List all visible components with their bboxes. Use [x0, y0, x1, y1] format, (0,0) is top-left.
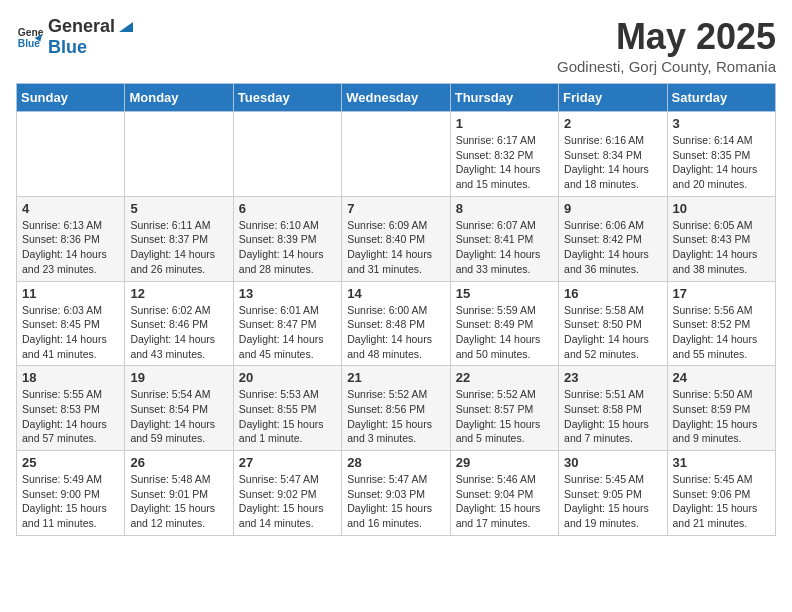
day-cell: 26Sunrise: 5:48 AM Sunset: 9:01 PM Dayli… [125, 451, 233, 536]
day-cell: 29Sunrise: 5:46 AM Sunset: 9:04 PM Dayli… [450, 451, 558, 536]
day-cell: 4Sunrise: 6:13 AM Sunset: 8:36 PM Daylig… [17, 196, 125, 281]
day-number: 25 [22, 455, 119, 470]
day-info: Sunrise: 6:02 AM Sunset: 8:46 PM Dayligh… [130, 303, 227, 362]
day-cell: 8Sunrise: 6:07 AM Sunset: 8:41 PM Daylig… [450, 196, 558, 281]
day-info: Sunrise: 5:51 AM Sunset: 8:58 PM Dayligh… [564, 387, 661, 446]
day-number: 28 [347, 455, 444, 470]
day-number: 5 [130, 201, 227, 216]
day-cell: 7Sunrise: 6:09 AM Sunset: 8:40 PM Daylig… [342, 196, 450, 281]
day-info: Sunrise: 6:13 AM Sunset: 8:36 PM Dayligh… [22, 218, 119, 277]
week-row-5: 25Sunrise: 5:49 AM Sunset: 9:00 PM Dayli… [17, 451, 776, 536]
day-cell: 28Sunrise: 5:47 AM Sunset: 9:03 PM Dayli… [342, 451, 450, 536]
day-number: 17 [673, 286, 770, 301]
day-number: 13 [239, 286, 336, 301]
day-cell: 21Sunrise: 5:52 AM Sunset: 8:56 PM Dayli… [342, 366, 450, 451]
day-info: Sunrise: 5:52 AM Sunset: 8:56 PM Dayligh… [347, 387, 444, 446]
day-info: Sunrise: 6:00 AM Sunset: 8:48 PM Dayligh… [347, 303, 444, 362]
day-number: 22 [456, 370, 553, 385]
day-number: 9 [564, 201, 661, 216]
day-cell: 16Sunrise: 5:58 AM Sunset: 8:50 PM Dayli… [559, 281, 667, 366]
weekday-header-thursday: Thursday [450, 84, 558, 112]
day-info: Sunrise: 5:55 AM Sunset: 8:53 PM Dayligh… [22, 387, 119, 446]
day-cell: 2Sunrise: 6:16 AM Sunset: 8:34 PM Daylig… [559, 112, 667, 197]
day-number: 10 [673, 201, 770, 216]
day-info: Sunrise: 5:53 AM Sunset: 8:55 PM Dayligh… [239, 387, 336, 446]
day-cell: 24Sunrise: 5:50 AM Sunset: 8:59 PM Dayli… [667, 366, 775, 451]
day-cell: 31Sunrise: 5:45 AM Sunset: 9:06 PM Dayli… [667, 451, 775, 536]
day-info: Sunrise: 5:58 AM Sunset: 8:50 PM Dayligh… [564, 303, 661, 362]
day-cell: 23Sunrise: 5:51 AM Sunset: 8:58 PM Dayli… [559, 366, 667, 451]
day-cell: 17Sunrise: 5:56 AM Sunset: 8:52 PM Dayli… [667, 281, 775, 366]
day-cell: 13Sunrise: 6:01 AM Sunset: 8:47 PM Dayli… [233, 281, 341, 366]
day-cell: 12Sunrise: 6:02 AM Sunset: 8:46 PM Dayli… [125, 281, 233, 366]
day-info: Sunrise: 5:48 AM Sunset: 9:01 PM Dayligh… [130, 472, 227, 531]
day-number: 14 [347, 286, 444, 301]
title-area: May 2025 Godinesti, Gorj County, Romania [557, 16, 776, 75]
logo-text-general: General [48, 16, 115, 37]
weekday-header-row: SundayMondayTuesdayWednesdayThursdayFrid… [17, 84, 776, 112]
day-info: Sunrise: 5:49 AM Sunset: 9:00 PM Dayligh… [22, 472, 119, 531]
day-number: 27 [239, 455, 336, 470]
day-info: Sunrise: 6:07 AM Sunset: 8:41 PM Dayligh… [456, 218, 553, 277]
logo-text-blue: Blue [48, 37, 135, 58]
day-number: 8 [456, 201, 553, 216]
day-number: 21 [347, 370, 444, 385]
day-cell: 10Sunrise: 6:05 AM Sunset: 8:43 PM Dayli… [667, 196, 775, 281]
day-info: Sunrise: 6:05 AM Sunset: 8:43 PM Dayligh… [673, 218, 770, 277]
day-cell: 20Sunrise: 5:53 AM Sunset: 8:55 PM Dayli… [233, 366, 341, 451]
month-title: May 2025 [557, 16, 776, 58]
day-cell: 3Sunrise: 6:14 AM Sunset: 8:35 PM Daylig… [667, 112, 775, 197]
day-number: 7 [347, 201, 444, 216]
weekday-header-monday: Monday [125, 84, 233, 112]
day-info: Sunrise: 6:17 AM Sunset: 8:32 PM Dayligh… [456, 133, 553, 192]
day-number: 15 [456, 286, 553, 301]
day-info: Sunrise: 6:16 AM Sunset: 8:34 PM Dayligh… [564, 133, 661, 192]
day-number: 26 [130, 455, 227, 470]
week-row-4: 18Sunrise: 5:55 AM Sunset: 8:53 PM Dayli… [17, 366, 776, 451]
day-cell: 22Sunrise: 5:52 AM Sunset: 8:57 PM Dayli… [450, 366, 558, 451]
day-info: Sunrise: 5:54 AM Sunset: 8:54 PM Dayligh… [130, 387, 227, 446]
day-cell [17, 112, 125, 197]
day-cell: 1Sunrise: 6:17 AM Sunset: 8:32 PM Daylig… [450, 112, 558, 197]
day-number: 3 [673, 116, 770, 131]
day-info: Sunrise: 5:45 AM Sunset: 9:06 PM Dayligh… [673, 472, 770, 531]
day-number: 30 [564, 455, 661, 470]
day-cell: 14Sunrise: 6:00 AM Sunset: 8:48 PM Dayli… [342, 281, 450, 366]
day-info: Sunrise: 5:56 AM Sunset: 8:52 PM Dayligh… [673, 303, 770, 362]
day-number: 18 [22, 370, 119, 385]
day-cell [125, 112, 233, 197]
weekday-header-tuesday: Tuesday [233, 84, 341, 112]
day-number: 12 [130, 286, 227, 301]
day-number: 23 [564, 370, 661, 385]
week-row-1: 1Sunrise: 6:17 AM Sunset: 8:32 PM Daylig… [17, 112, 776, 197]
week-row-3: 11Sunrise: 6:03 AM Sunset: 8:45 PM Dayli… [17, 281, 776, 366]
day-number: 29 [456, 455, 553, 470]
day-info: Sunrise: 5:50 AM Sunset: 8:59 PM Dayligh… [673, 387, 770, 446]
svg-text:Blue: Blue [18, 38, 41, 49]
day-cell: 25Sunrise: 5:49 AM Sunset: 9:00 PM Dayli… [17, 451, 125, 536]
day-info: Sunrise: 6:10 AM Sunset: 8:39 PM Dayligh… [239, 218, 336, 277]
day-number: 19 [130, 370, 227, 385]
day-cell: 18Sunrise: 5:55 AM Sunset: 8:53 PM Dayli… [17, 366, 125, 451]
day-cell: 27Sunrise: 5:47 AM Sunset: 9:02 PM Dayli… [233, 451, 341, 536]
day-info: Sunrise: 5:52 AM Sunset: 8:57 PM Dayligh… [456, 387, 553, 446]
logo-triangle-icon [117, 18, 135, 36]
day-info: Sunrise: 5:59 AM Sunset: 8:49 PM Dayligh… [456, 303, 553, 362]
day-number: 1 [456, 116, 553, 131]
day-info: Sunrise: 5:46 AM Sunset: 9:04 PM Dayligh… [456, 472, 553, 531]
weekday-header-sunday: Sunday [17, 84, 125, 112]
day-info: Sunrise: 6:09 AM Sunset: 8:40 PM Dayligh… [347, 218, 444, 277]
header: General Blue General Blue May 2025 Godin… [16, 16, 776, 75]
day-cell: 15Sunrise: 5:59 AM Sunset: 8:49 PM Dayli… [450, 281, 558, 366]
day-cell: 9Sunrise: 6:06 AM Sunset: 8:42 PM Daylig… [559, 196, 667, 281]
calendar-table: SundayMondayTuesdayWednesdayThursdayFrid… [16, 83, 776, 536]
day-info: Sunrise: 6:03 AM Sunset: 8:45 PM Dayligh… [22, 303, 119, 362]
day-cell: 30Sunrise: 5:45 AM Sunset: 9:05 PM Dayli… [559, 451, 667, 536]
day-number: 31 [673, 455, 770, 470]
weekday-header-friday: Friday [559, 84, 667, 112]
weekday-header-wednesday: Wednesday [342, 84, 450, 112]
day-number: 24 [673, 370, 770, 385]
logo-icon: General Blue [16, 23, 44, 51]
day-number: 2 [564, 116, 661, 131]
weekday-header-saturday: Saturday [667, 84, 775, 112]
